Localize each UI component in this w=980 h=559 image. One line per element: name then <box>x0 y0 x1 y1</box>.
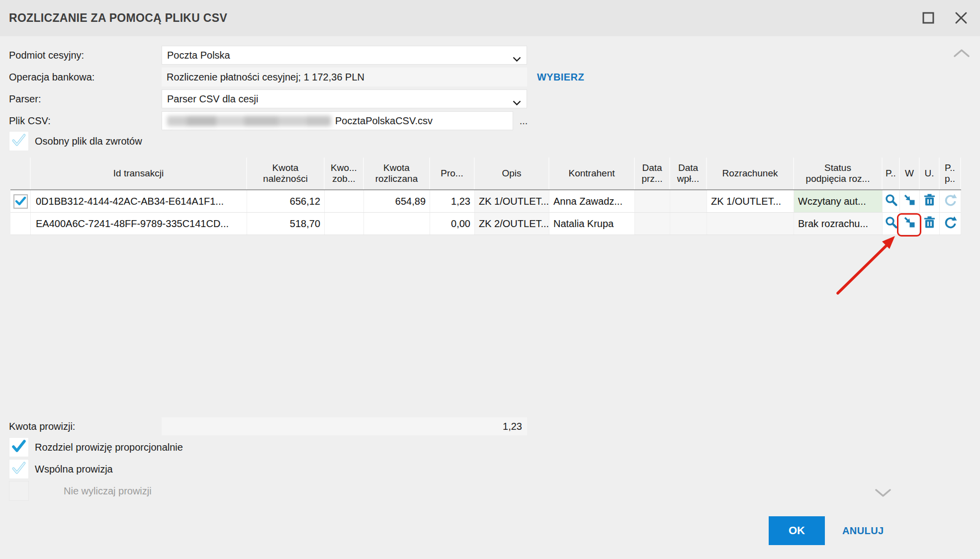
cell-prowizja[interactable]: 1,23 <box>430 190 475 212</box>
titlebar: ROZLICZANIE ZA POMOCĄ PLIKU CSV <box>0 0 980 36</box>
podmiot-cesyjny-label: Podmiot cesyjny: <box>9 46 84 65</box>
refresh-icon <box>944 216 957 232</box>
dialog-rozliczanie-csv: ROZLICZANIE ZA POMOCĄ PLIKU CSV Podmiot … <box>0 0 980 559</box>
cell-data-przelewu[interactable] <box>635 213 670 235</box>
col-checkbox <box>10 158 31 189</box>
cell-kwota-zobowiazan[interactable] <box>325 190 364 212</box>
redacted-path <box>167 116 331 126</box>
cell-id[interactable]: EA400A6C-7241-48FF-9789-335C141CD... <box>31 213 247 235</box>
pale-check-icon <box>11 461 27 477</box>
cell-kwota-naleznosci[interactable]: 656,12 <box>247 190 325 212</box>
nie-wyliczaj-prowizji-checkbox <box>9 481 29 501</box>
preview-button[interactable] <box>883 190 900 212</box>
maximize-icon <box>922 12 934 26</box>
col-data-wplaty[interactable]: Data wpł... <box>670 158 707 189</box>
row-checkbox-cell[interactable] <box>10 213 31 235</box>
kwota-prowizji-label: Kwota prowizji: <box>9 417 75 435</box>
browse-file-button[interactable]: ... <box>516 111 531 130</box>
col-kwota-zobowiazan[interactable]: Kwo... zob... <box>325 158 364 189</box>
col-kwota-naleznosci[interactable]: Kwota należności <box>247 158 325 189</box>
table-row: EA400A6C-7241-48FF-9789-335C141CD... 518… <box>10 213 961 235</box>
row-checkbox-checked[interactable] <box>13 194 28 209</box>
plik-csv-label: Plik CSV: <box>9 111 51 130</box>
check-icon <box>11 439 27 455</box>
delete-button[interactable] <box>920 213 940 235</box>
cell-status: Brak rozrachu... <box>794 213 883 235</box>
import-arrow-icon <box>903 216 916 232</box>
cell-id[interactable]: 0D1BB312-4144-42AC-AB34-E614A1F1... <box>31 190 247 212</box>
wybierz-link[interactable]: WYBIERZ <box>537 68 584 86</box>
cell-kontrahent[interactable]: Natalia Krupa <box>549 213 635 235</box>
import-arrow-icon <box>903 193 916 209</box>
dialog-title: ROZLICZANIE ZA POMOCĄ PLIKU CSV <box>9 0 227 36</box>
ok-button[interactable]: OK <box>769 516 825 545</box>
col-usun[interactable]: U. <box>920 158 940 189</box>
cell-kwota-rozliczana[interactable] <box>364 213 430 235</box>
plik-csv-input[interactable]: PocztaPolskaCSV.csv <box>162 111 513 130</box>
table-row: 0D1BB312-4144-42AC-AB34-E614A1F1... 656,… <box>10 190 961 213</box>
parser-label: Parser: <box>9 89 41 108</box>
cell-rozrachunek[interactable] <box>707 213 794 235</box>
col-przywroc[interactable]: P.. p.. <box>940 158 961 189</box>
osobny-plik-checkbox[interactable] <box>9 131 29 151</box>
cell-status: Wczytany aut... <box>794 190 883 212</box>
operacja-bankowa-value: Rozliczenie płatności cesyjnej; 1 172,36… <box>167 72 364 83</box>
operacja-bankowa-field: Rozliczenie płatności cesyjnej; 1 172,36… <box>162 68 527 86</box>
podmiot-cesyjny-select[interactable]: Poczta Polska <box>162 46 527 65</box>
cell-kwota-rozliczana[interactable]: 654,89 <box>364 190 430 212</box>
magnifier-icon <box>885 193 898 209</box>
col-wczytaj[interactable]: W <box>900 158 920 189</box>
kwota-prowizji-value: 1,23 <box>503 421 522 432</box>
col-prowizja[interactable]: Pro... <box>430 158 475 189</box>
rozdziel-prowizje-label: Rozdziel prowizję proporcjonalnie <box>35 437 183 457</box>
col-opis[interactable]: Opis <box>475 158 549 189</box>
anuluj-button[interactable]: ANULUJ <box>842 516 884 545</box>
col-kwota-rozliczana[interactable]: Kwota rozliczana <box>364 158 430 189</box>
parser-select[interactable]: Parser CSV dla cesji <box>162 89 527 108</box>
col-podglad[interactable]: P.. <box>883 158 900 189</box>
close-button[interactable] <box>954 12 968 26</box>
refresh-button[interactable] <box>940 213 961 235</box>
chevron-down-icon <box>513 97 521 108</box>
row-checkbox-cell <box>10 190 31 212</box>
cell-data-przelewu[interactable] <box>635 190 670 212</box>
cell-prowizja[interactable]: 0,00 <box>430 213 475 235</box>
wspolna-prowizja-checkbox[interactable] <box>9 459 29 479</box>
close-icon <box>955 11 968 26</box>
nie-wyliczaj-prowizji-label: Nie wyliczaj prowizji <box>64 481 152 501</box>
preview-button[interactable] <box>883 213 900 235</box>
plik-csv-filename: PocztaPolskaCSV.csv <box>335 115 433 127</box>
trash-icon <box>923 216 936 232</box>
cell-rozrachunek[interactable]: ZK 1/OUTLET... <box>707 190 794 212</box>
col-id-transakcji[interactable]: Id transakcji <box>31 158 247 189</box>
wspolna-prowizja-label: Wspólna prowizja <box>35 459 113 479</box>
attach-settlement-button-highlighted[interactable] <box>900 213 920 235</box>
cell-kwota-zobowiazan[interactable] <box>325 213 364 235</box>
cell-opis[interactable]: ZK 2/OUTLET... <box>475 213 549 235</box>
chevron-down-icon <box>513 53 521 65</box>
pale-check-icon <box>11 133 27 149</box>
table-header: Id transakcji Kwota należności Kwo... zo… <box>10 158 961 190</box>
col-data-przelewu[interactable]: Data prz... <box>635 158 670 189</box>
rozdziel-prowizje-checkbox[interactable] <box>9 437 29 457</box>
collapse-section-chevron-up-icon[interactable] <box>953 48 971 59</box>
expand-section-chevron-down-icon[interactable] <box>874 487 892 498</box>
operacja-bankowa-label: Operacja bankowa: <box>9 68 94 86</box>
cell-kontrahent[interactable]: Anna Zawadz... <box>549 190 635 212</box>
attach-settlement-button[interactable] <box>900 190 920 212</box>
magnifier-icon <box>885 216 898 232</box>
maximize-button[interactable] <box>921 12 935 26</box>
refresh-button-disabled <box>940 190 961 212</box>
kwota-prowizji-field: 1,23 <box>162 417 527 435</box>
cell-data-wplaty[interactable] <box>670 213 707 235</box>
osobny-plik-label: Osobny plik dla zwrotów <box>35 131 142 151</box>
annotation-arrow <box>820 226 905 306</box>
cell-kwota-naleznosci[interactable]: 518,70 <box>247 213 325 235</box>
cell-opis[interactable]: ZK 1/OUTLET... <box>475 190 549 212</box>
col-kontrahent[interactable]: Kontrahent <box>549 158 635 189</box>
cell-data-wplaty[interactable] <box>670 190 707 212</box>
col-rozrachunek[interactable]: Rozrachunek <box>707 158 794 189</box>
delete-button[interactable] <box>920 190 940 212</box>
podmiot-cesyjny-value: Poczta Polska <box>167 50 230 61</box>
col-status-podpiecia[interactable]: Status podpięcia roz... <box>794 158 883 189</box>
